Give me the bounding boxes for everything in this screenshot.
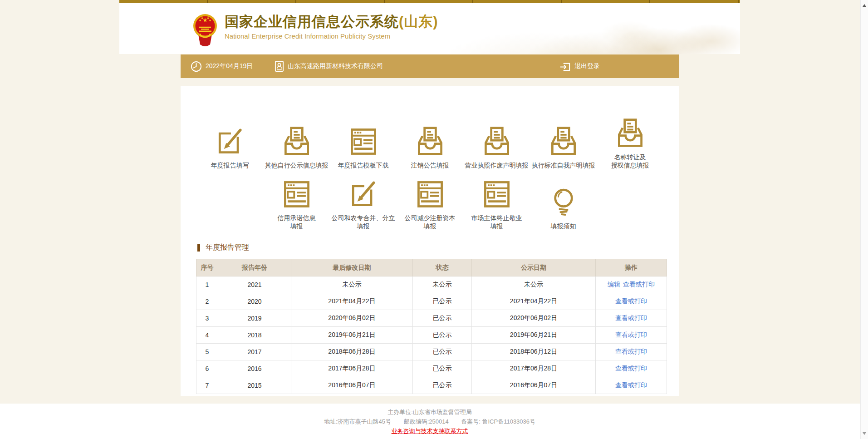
shortcut-annual-report-template-download[interactable]: 年度报告模板下载 <box>330 126 397 169</box>
cell-published: 未公示 <box>472 276 596 293</box>
shortcut-label: 执行标准自我声明填报 <box>532 161 595 169</box>
scroll-down-arrow-icon[interactable] <box>863 432 866 435</box>
shortcut-execution-standard-self-declaration[interactable]: 执行标准自我声明填报 <box>530 126 597 169</box>
cell-status: 已公示 <box>413 310 472 327</box>
col-header-status: 状态 <box>413 259 472 276</box>
inbox-document-icon <box>547 126 580 157</box>
scrollbar[interactable] <box>860 0 868 439</box>
shortcut-company-merger-division-fill[interactable]: 公司和农专合并、分立 填报 <box>330 179 397 230</box>
footer-address: 地址:济南市燕子山路45号 <box>324 418 391 425</box>
table-row: 1 2021 未公示 未公示 未公示 编辑查看或打印 <box>196 276 667 293</box>
footer-icp: 备案号: 鲁ICP备11033036号 <box>461 418 535 425</box>
cell-year: 2021 <box>218 276 291 293</box>
cell-no: 3 <box>196 310 218 327</box>
shortcut-name-transfer-authorization-fill[interactable]: 名称转让及 授权信息填报 <box>597 118 663 169</box>
shortcut-label: 其他自行公示信息填报 <box>265 161 329 169</box>
view-print-link[interactable]: 查看或打印 <box>623 281 655 288</box>
section-title: 年度报告管理 <box>206 243 249 252</box>
cell-year: 2017 <box>218 344 291 360</box>
col-header-no: 序号 <box>196 259 218 276</box>
table-header-row: 序号 报告年份 最后修改日期 状态 公示日期 操作 <box>196 259 667 276</box>
cell-actions: 查看或打印 <box>596 327 667 344</box>
page-title: 国家企业信用信息公示系统(山东) <box>225 13 438 30</box>
shortcut-row-1: 年度报告填写 其他自行公示信息填报 年度报告模板下载 注销公告填报 营业执照作废… <box>181 118 679 169</box>
table-row: 2 2020 2021年04月22日 已公示 2021年04月22日 查看或打印 <box>196 293 667 310</box>
cell-modified: 2016年06月07日 <box>291 377 413 394</box>
cell-status: 已公示 <box>413 344 472 360</box>
shortcut-other-publicity-info-fill[interactable]: 其他自行公示信息填报 <box>263 126 330 169</box>
col-header-modified: 最后修改日期 <box>291 259 413 276</box>
inbox-document-icon <box>414 126 446 157</box>
top-nav-bar <box>119 0 740 3</box>
view-print-link[interactable]: 查看或打印 <box>615 331 647 338</box>
cell-no: 5 <box>196 344 218 360</box>
cell-no: 1 <box>196 276 218 293</box>
shortcut-label: 名称转让及 授权信息填报 <box>611 153 649 169</box>
cell-modified: 2020年06月02日 <box>291 310 413 327</box>
shortcut-credit-commitment-fill[interactable]: 信用承诺信息 填报 <box>263 179 330 230</box>
section-marker-bar <box>197 244 200 252</box>
cell-published: 2018年06月12日 <box>472 344 596 360</box>
shortcut-annual-report-fill[interactable]: 年度报告填写 <box>196 126 263 169</box>
cell-published: 2021年04月22日 <box>472 293 596 310</box>
content-card: 年度报告填写 其他自行公示信息填报 年度报告模板下载 注销公告填报 营业执照作废… <box>181 86 679 396</box>
col-header-year: 报告年份 <box>218 259 291 276</box>
cell-no: 7 <box>196 377 218 394</box>
table-row: 4 2018 2019年06月21日 已公示 2019年06月21日 查看或打印 <box>196 327 667 344</box>
support-contact-link[interactable]: 业务咨询与技术支持联系方式 <box>392 428 468 434</box>
cell-modified: 2021年04月22日 <box>291 293 413 310</box>
user-bar: 2022年04月19日 山东高速路用新材料技术有限公司 退出登录 <box>181 54 679 78</box>
cell-no: 2 <box>196 293 218 310</box>
shortcut-filling-instructions[interactable]: 填报须知 <box>530 187 597 230</box>
shortcut-cancellation-announcement-fill[interactable]: 注销公告填报 <box>397 126 463 169</box>
shortcut-business-license-void-declaration[interactable]: 营业执照作废声明填报 <box>463 126 530 169</box>
view-print-link[interactable]: 查看或打印 <box>615 297 647 305</box>
view-print-link[interactable]: 查看或打印 <box>615 314 647 321</box>
pencil-edit-icon <box>347 179 380 210</box>
annual-report-table: 序号 报告年份 最后修改日期 状态 公示日期 操作 1 2021 未公示 未公示… <box>196 259 667 394</box>
edit-link[interactable]: 编辑 <box>608 281 620 288</box>
shortcut-label: 注销公告填报 <box>411 161 449 169</box>
mountain-texture-image <box>450 3 740 54</box>
cell-status: 已公示 <box>413 327 472 344</box>
shortcut-row-2: 信用承诺信息 填报 公司和农专合并、分立 填报 公司减少注册资本 填报 市场主体… <box>181 179 679 230</box>
shortcut-business-suspension-fill[interactable]: 市场主体终止歇业 填报 <box>463 179 530 230</box>
logged-in-company: 山东高速路用新材料技术有限公司 <box>275 54 383 78</box>
company-badge-icon <box>275 60 284 72</box>
cell-year: 2018 <box>218 327 291 344</box>
footer-organizer: 主办单位:山东省市场监督管理局 <box>119 407 740 417</box>
inbox-document-icon <box>481 126 513 157</box>
cell-actions: 查看或打印 <box>596 377 667 394</box>
lightbulb-icon <box>551 187 576 218</box>
section-header: 年度报告管理 <box>197 243 249 252</box>
cell-status: 已公示 <box>413 293 472 310</box>
cell-actions: 编辑查看或打印 <box>596 276 667 293</box>
cell-actions: 查看或打印 <box>596 310 667 327</box>
logout-label: 退出登录 <box>574 62 600 70</box>
cell-no: 6 <box>196 360 218 377</box>
view-print-link[interactable]: 查看或打印 <box>615 348 647 355</box>
cell-actions: 查看或打印 <box>596 360 667 377</box>
col-header-actions: 操作 <box>596 259 667 276</box>
scroll-up-arrow-icon[interactable] <box>863 4 866 7</box>
cell-status: 未公示 <box>413 276 472 293</box>
cell-published: 2019年06月21日 <box>472 327 596 344</box>
table-row: 5 2017 2018年06月28日 已公示 2018年06月12日 查看或打印 <box>196 344 667 360</box>
cell-no: 4 <box>196 327 218 344</box>
logout-button[interactable]: 退出登录 <box>559 54 600 78</box>
shortcut-label: 年度报告填写 <box>211 161 249 169</box>
footer-postcode: 邮政编码:250014 <box>404 418 449 425</box>
shortcut-capital-reduction-fill[interactable]: 公司减少注册资本 填报 <box>397 179 463 230</box>
shortcut-label: 信用承诺信息 填报 <box>278 214 316 230</box>
view-print-link[interactable]: 查看或打印 <box>615 381 647 389</box>
view-print-link[interactable]: 查看或打印 <box>615 365 647 372</box>
table-row: 3 2019 2020年06月02日 已公示 2020年06月02日 查看或打印 <box>196 310 667 327</box>
cell-published: 2016年06月07日 <box>472 377 596 394</box>
header: 国家企业信用信息公示系统(山东) National Enterprise Cre… <box>119 3 740 54</box>
cell-year: 2015 <box>218 377 291 394</box>
shortcut-label: 公司和农专合并、分立 填报 <box>332 214 395 230</box>
page-subtitle: National Enterprise Credit Information P… <box>225 32 438 40</box>
logout-icon <box>559 61 571 72</box>
template-page-icon <box>280 179 313 210</box>
cell-published: 2017年06月28日 <box>472 360 596 377</box>
